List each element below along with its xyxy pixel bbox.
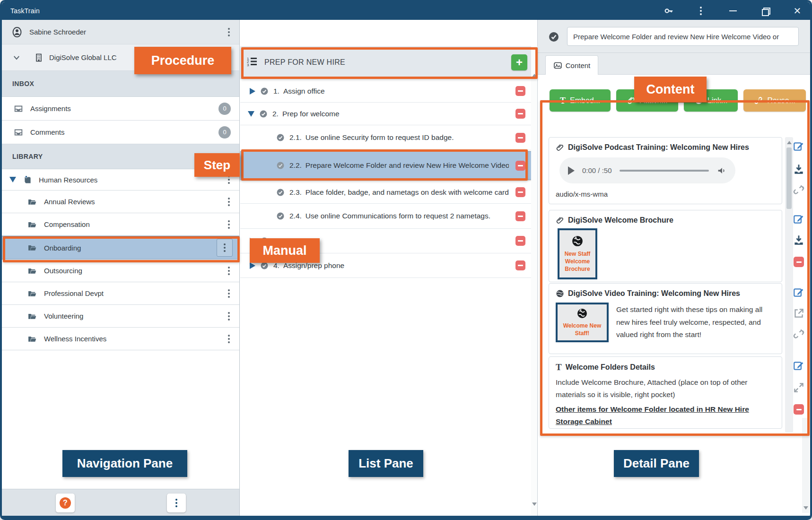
annotation-step-label: Step: [194, 153, 240, 177]
sidebar-item-volunteering[interactable]: Volunteering: [2, 305, 239, 328]
remove-step-button[interactable]: [515, 260, 525, 270]
sidebar-item-outsourcing[interactable]: Outsourcing: [2, 260, 239, 282]
help-button[interactable]: ?: [56, 494, 75, 512]
check-circle-icon[interactable]: [276, 161, 285, 170]
text-body-bold: Other items for Welcome Folder located i…: [556, 403, 754, 428]
annotation-content-label: Content: [634, 77, 707, 102]
check-circle-icon[interactable]: [276, 212, 285, 220]
sidebar-item-assignments[interactable]: Assignments 0: [2, 97, 239, 121]
text-body: Include Welcome Brochure, Attached (plac…: [556, 376, 754, 401]
play-icon[interactable]: [568, 166, 575, 175]
expand-triangle-icon[interactable]: [248, 111, 254, 117]
step-row-2-3[interactable]: 2.3. Place folder, badge, and nametags o…: [240, 181, 532, 204]
window-menu-icon[interactable]: [695, 5, 707, 17]
check-circle-icon[interactable]: [276, 133, 285, 142]
user-menu-icon[interactable]: [228, 28, 230, 36]
step-row-1[interactable]: 1. Assign office: [240, 80, 532, 103]
remove-step-button[interactable]: [515, 86, 525, 96]
audio-slider[interactable]: [620, 170, 709, 172]
remove-step-button[interactable]: [515, 236, 525, 246]
scroll-up-icon[interactable]: [785, 139, 793, 146]
scroll-up-icon[interactable]: [531, 72, 537, 78]
unlink-icon[interactable]: [792, 183, 806, 197]
check-circle-icon[interactable]: [548, 31, 559, 44]
list-scrollbar[interactable]: [531, 46, 537, 516]
sidebar-item-onboarding[interactable]: Onboarding: [2, 236, 239, 260]
expand-triangle-icon[interactable]: [250, 88, 255, 95]
inbox-section-header: INBOX: [2, 71, 239, 97]
sidebar-item-professional-devpt[interactable]: Professional Devpt: [2, 282, 239, 305]
row-menu-icon[interactable]: [228, 289, 230, 298]
edit-icon[interactable]: [792, 212, 806, 226]
row-menu-icon[interactable]: [228, 335, 230, 343]
check-circle-icon[interactable]: [276, 188, 285, 197]
sidebar-item-compensation[interactable]: Compensation: [2, 213, 239, 236]
remove-step-button[interactable]: [515, 161, 525, 171]
sidebar-item-comments[interactable]: Comments 0: [2, 121, 239, 144]
unlink-icon[interactable]: [792, 327, 806, 341]
list-pane: 123 PREP FOR NEW HIRE + 1. Assign office…: [240, 20, 538, 516]
procedure-title: PREP FOR NEW HIRE: [264, 58, 345, 67]
edit-icon[interactable]: [792, 359, 806, 373]
content-scrollbar[interactable]: [785, 137, 793, 433]
row-menu-icon[interactable]: [228, 220, 230, 229]
restore-button[interactable]: [759, 5, 771, 17]
external-link-icon[interactable]: [792, 306, 806, 321]
app-window: TaskTrain ✕ Sabine Schroeder: [0, 0, 812, 520]
user-avatar-icon: [11, 26, 23, 38]
volume-icon[interactable]: [716, 165, 727, 176]
step-row-2-2-selected[interactable]: 2.2. Prepare Welcome Folder and review N…: [240, 151, 532, 180]
sidebar-item-wellness-incentives[interactable]: Wellness Incentives: [2, 328, 239, 350]
sidebar-item-label: Assignments: [30, 104, 71, 113]
key-icon[interactable]: [663, 5, 675, 17]
remove-step-button[interactable]: [515, 133, 525, 143]
remove-content-button[interactable]: [792, 402, 806, 416]
embed-button[interactable]: T Embed...: [550, 89, 611, 112]
row-menu-icon[interactable]: [228, 267, 230, 275]
edit-icon[interactable]: [792, 139, 806, 154]
audio-player[interactable]: 0:00 / :50: [559, 157, 735, 183]
title-bar: TaskTrain ✕: [2, 2, 810, 20]
video-thumbnail[interactable]: Welcome New Staff!: [556, 303, 609, 342]
close-button[interactable]: ✕: [791, 5, 803, 17]
nav-footer-menu-button[interactable]: [167, 494, 186, 512]
brochure-thumbnail[interactable]: New Staff Welcome Brochure: [558, 228, 597, 279]
check-circle-icon[interactable]: [259, 110, 268, 118]
row-menu-icon[interactable]: [228, 312, 230, 321]
row-menu-icon[interactable]: [228, 198, 230, 206]
scroll-down-icon[interactable]: [802, 504, 809, 511]
remove-step-button[interactable]: [515, 109, 525, 119]
download-icon[interactable]: [792, 233, 806, 247]
scroll-down-icon[interactable]: [531, 501, 537, 507]
card-title: Welcome Folders Details: [566, 363, 655, 372]
edit-icon[interactable]: [792, 286, 806, 300]
add-step-button[interactable]: +: [511, 54, 527, 70]
folder-open-icon: [27, 243, 37, 252]
detail-outer-scrollbar[interactable]: [802, 418, 809, 513]
download-icon[interactable]: [792, 162, 806, 176]
tab-content[interactable]: Content: [545, 55, 598, 75]
scrollbar-thumb[interactable]: [786, 147, 792, 209]
step-row-2-1[interactable]: 2.1. Use online Security form to request…: [240, 125, 532, 150]
audio-time: 0:00 / :50: [582, 166, 612, 174]
step-title-input[interactable]: [567, 27, 799, 46]
remove-content-button[interactable]: [792, 255, 806, 269]
minimize-button[interactable]: [727, 5, 739, 17]
step-row-2[interactable]: 2. Prep for welcome: [240, 103, 532, 125]
procedure-header[interactable]: 123 PREP FOR NEW HIRE +: [240, 46, 538, 79]
expand-triangle-icon[interactable]: [9, 177, 16, 182]
step-row-2-4[interactable]: 2.4. Use online Communications form to r…: [240, 204, 532, 229]
inbox-tray-icon: [13, 127, 24, 138]
expand-icon[interactable]: [792, 381, 806, 395]
check-circle-icon[interactable]: [260, 87, 269, 95]
assignments-count-badge: 0: [218, 103, 231, 115]
reuse-button[interactable]: Reuse...: [743, 89, 806, 112]
row-menu-icon[interactable]: [217, 239, 233, 257]
chevron-down-icon[interactable]: [12, 53, 21, 62]
remove-step-button[interactable]: [515, 187, 525, 197]
sidebar-item-annual-reviews[interactable]: Annual Reviews: [2, 191, 239, 213]
svg-text:3: 3: [247, 63, 249, 67]
remove-step-button[interactable]: [515, 211, 525, 221]
user-row[interactable]: Sabine Schroeder: [2, 20, 239, 44]
expand-triangle-icon[interactable]: [250, 262, 255, 269]
